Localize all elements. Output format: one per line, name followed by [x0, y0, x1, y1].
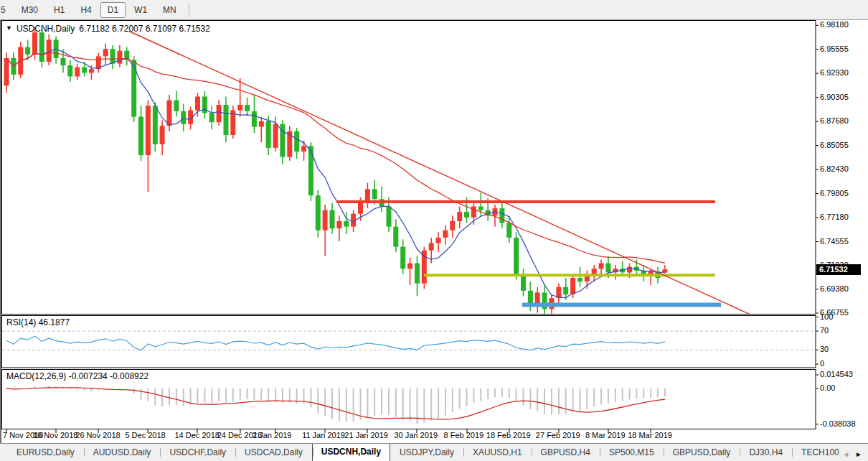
chart-title: ▼ USDCNH,Daily 6.71182 6.72007 6.71097 6… [6, 24, 210, 34]
chart-ohlc-values: 6.71182 6.72007 6.71097 6.71532 [79, 24, 210, 34]
timeframe-button-5[interactable]: 5 [0, 2, 13, 18]
tab-dj30-h4[interactable]: DJ30,H4 [740, 444, 792, 461]
date-axis-label: 14 Dec 2018 [174, 431, 219, 439]
rsi-axis-label: 30 [820, 345, 829, 353]
timeframe-button-h1[interactable]: H1 [47, 2, 72, 18]
tab-sp500-m15[interactable]: SP500,M15 [600, 444, 664, 461]
macd-header: MACD(12,26,9) -0.007234 -0.008922 [6, 371, 148, 381]
rsi-axis-label: 70 [820, 326, 829, 335]
tab-gbpusd-daily[interactable]: GBPUSD,Daily [664, 444, 740, 461]
rsi-axis-label: 100 [820, 312, 833, 321]
tab-gbpusd-h4[interactable]: GBPUSD,H4 [532, 444, 600, 461]
tab-usdcnh-daily[interactable]: USDCNH,Daily [312, 443, 390, 461]
date-axis-label: 18 Feb 2019 [486, 431, 531, 439]
price-axis-label: 6.79805 [820, 189, 849, 197]
tab-eurusd-daily[interactable]: EURUSD,Daily [7, 444, 84, 461]
price-axis-label: 6.98180 [820, 20, 849, 29]
ma-fast-line [6, 49, 665, 297]
date-axis-label: 2 Jan 2019 [253, 431, 291, 439]
candlestick-series [4, 27, 668, 314]
date-axis-label: 5 Dec 2018 [125, 431, 165, 439]
tab-scroll-left-icon[interactable]: ◄ [842, 450, 849, 458]
macd-axis-label: 0.014543 [820, 370, 853, 378]
tab-usdchf-daily[interactable]: USDCHF,Daily [160, 444, 235, 461]
date-axis-label: 21 Jan 2019 [344, 431, 388, 439]
macd-axis-label: -0.038038 [820, 419, 856, 428]
price-axis-label: 6.90305 [820, 93, 849, 101]
tab-usdcad-daily[interactable]: USDCAD,Daily [235, 444, 312, 461]
date-axis-label: 18 Mar 2019 [628, 431, 672, 439]
ma-slow-line [6, 52, 665, 263]
timeframe-toolbar: 5M30H1H4D1W1MN [0, 0, 868, 20]
price-axis-label: 6.85055 [820, 141, 849, 149]
macd-axis-label: 0.00 [820, 383, 835, 392]
descending-trendline[interactable] [129, 32, 751, 315]
price-axis-label: 6.87680 [820, 116, 849, 125]
timeframe-button-w1[interactable]: W1 [127, 2, 154, 18]
price-axis-label: 6.77180 [820, 213, 849, 221]
chart-symbol-label: USDCNH,Daily [16, 24, 75, 34]
rsi-header: RSI(14) 46.1877 [6, 317, 70, 327]
tab-audusd-daily[interactable]: AUDUSD,Daily [84, 444, 161, 461]
date-axis-label: 16 Nov 2018 [33, 431, 77, 439]
chart-window: ▼ USDCNH,Daily 6.71182 6.72007 6.71097 6… [0, 20, 868, 443]
current-price-tag: 6.71532 [816, 264, 861, 275]
date-axis-label: 8 Mar 2019 [585, 431, 626, 439]
timeframe-button-m30[interactable]: M30 [14, 2, 45, 18]
rsi-axis-label: 0 [820, 359, 824, 368]
date-axis-label: 30 Jan 2019 [394, 431, 438, 439]
timeframe-button-mn[interactable]: MN [156, 2, 184, 18]
tab-xauusd-h1[interactable]: XAUUSD,H1 [463, 444, 532, 461]
price-axis-label: 6.69380 [820, 284, 849, 293]
chart-menu-icon[interactable]: ▼ [6, 24, 12, 32]
timeframe-button-d1[interactable]: D1 [100, 2, 126, 18]
date-axis-label: 11 Jan 2019 [302, 431, 345, 439]
toolbar-separator [189, 3, 189, 17]
tab-tech100-h1[interactable]: TECH100,H1 [792, 444, 839, 461]
price-axis-label: 6.92930 [820, 68, 849, 77]
symbol-tab-bar: EURUSD,DailyAUDUSD,DailyUSDCHF,DailyUSDC… [0, 443, 868, 461]
date-axis-label: 8 Feb 2019 [444, 431, 484, 439]
timeframe-button-h4[interactable]: H4 [73, 2, 98, 18]
tab-usdjpy-daily[interactable]: USDJPY,Daily [390, 444, 463, 461]
macd-histogram [6, 386, 666, 424]
price-axis-label: 6.74555 [820, 237, 849, 246]
tab-scroll-right-icon[interactable]: ► [855, 450, 862, 458]
rsi-line [6, 336, 665, 350]
date-axis-label: 26 Nov 2018 [75, 431, 120, 439]
price-axis-label: 6.82430 [820, 164, 849, 173]
price-axis-label: 6.95555 [820, 45, 849, 53]
date-axis-label: 27 Feb 2019 [536, 431, 580, 439]
